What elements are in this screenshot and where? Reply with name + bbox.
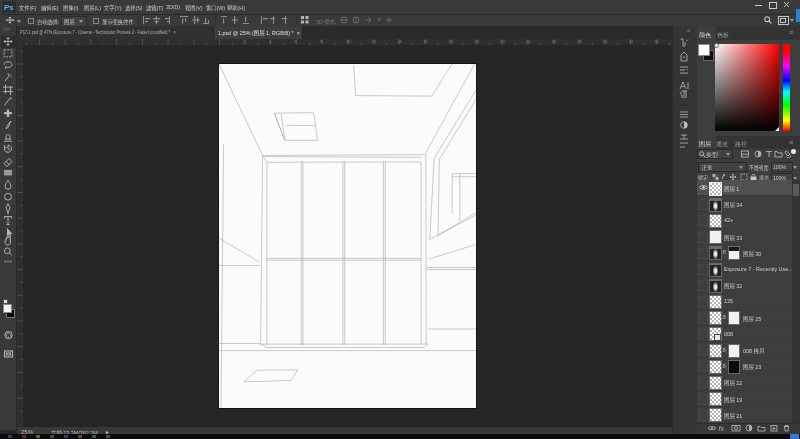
svg-text:34: 34: [654, 39, 659, 44]
svg-text:12: 12: [372, 39, 377, 44]
svg-text:20: 20: [475, 39, 480, 44]
svg-text:24: 24: [526, 39, 531, 44]
svg-text:30: 30: [603, 39, 608, 44]
svg-text:2: 2: [243, 39, 246, 44]
svg-text:22: 22: [500, 39, 505, 44]
svg-text:32: 32: [629, 39, 634, 44]
svg-text:6: 6: [295, 39, 298, 44]
svg-text:4: 4: [269, 39, 272, 44]
svg-text:14: 14: [397, 39, 402, 44]
svg-text:18: 18: [449, 39, 454, 44]
svg-text:fx: fx: [719, 425, 725, 432]
svg-text:28: 28: [577, 39, 582, 44]
svg-text:26: 26: [552, 39, 557, 44]
svg-text:8: 8: [320, 39, 323, 44]
svg-text:16: 16: [423, 39, 428, 44]
svg-text:10: 10: [346, 39, 351, 44]
